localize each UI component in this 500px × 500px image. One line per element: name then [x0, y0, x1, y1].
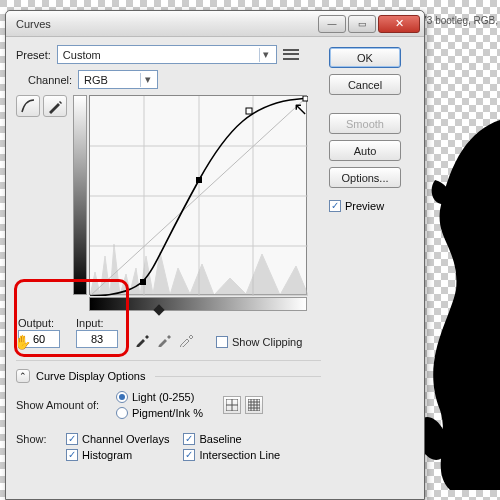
histogram-checkbox[interactable]: ✓ [66, 449, 78, 461]
grid-simple-button[interactable] [223, 396, 241, 414]
minimize-button[interactable]: — [318, 15, 346, 33]
curve-tool-button[interactable] [16, 95, 40, 117]
input-input[interactable] [76, 330, 118, 348]
channel-select[interactable]: RGB ▾ [78, 70, 158, 89]
black-point-eyedropper[interactable] [134, 330, 152, 348]
preset-menu-icon[interactable] [283, 48, 299, 62]
preview-label: Preview [345, 200, 384, 212]
light-radio[interactable] [116, 391, 128, 403]
pigment-label: Pigment/Ink % [132, 407, 203, 419]
channel-label: Channel: [28, 74, 72, 86]
grid-detailed-button[interactable] [245, 396, 263, 414]
curve-display-label: Curve Display Options [36, 370, 145, 382]
channel-value: RGB [84, 74, 108, 86]
auto-button[interactable]: Auto [329, 140, 401, 161]
show-label: Show: [16, 433, 56, 445]
close-button[interactable]: ✕ [378, 15, 420, 33]
show-amount-label: Show Amount of: [16, 399, 108, 411]
baseline-label: Baseline [199, 433, 241, 445]
cursor-icon: ↖ [293, 98, 308, 120]
svg-rect-8 [196, 177, 202, 183]
intersection-label: Intersection Line [199, 449, 280, 461]
maximize-button[interactable]: ▭ [348, 15, 376, 33]
curve-grid[interactable] [89, 95, 307, 295]
histogram-label: Histogram [82, 449, 132, 461]
preset-value: Custom [63, 49, 101, 61]
window-title: Curves [16, 18, 51, 30]
svg-rect-7 [140, 279, 146, 285]
input-gradient [89, 297, 307, 311]
curve-display-toggle[interactable]: ⌃ [16, 369, 30, 383]
curve-graph[interactable] [73, 95, 309, 311]
cancel-button[interactable]: Cancel [329, 74, 401, 95]
pencil-tool-button[interactable] [43, 95, 67, 117]
output-label: Output: [18, 317, 60, 329]
options-button[interactable]: Options... [329, 167, 401, 188]
channel-overlays-label: Channel Overlays [82, 433, 169, 445]
gray-point-eyedropper[interactable] [156, 330, 174, 348]
output-gradient [73, 95, 87, 295]
white-point-eyedropper[interactable] [178, 330, 196, 348]
show-clipping-checkbox[interactable] [216, 336, 228, 348]
baseline-checkbox[interactable]: ✓ [183, 433, 195, 445]
preset-select[interactable]: Custom ▾ [57, 45, 277, 64]
input-label: Input: [76, 317, 118, 329]
preview-checkbox[interactable]: ✓ [329, 200, 341, 212]
intersection-checkbox[interactable]: ✓ [183, 449, 195, 461]
chevron-down-icon: ▾ [259, 48, 273, 62]
titlebar[interactable]: Curves — ▭ ✕ [6, 11, 424, 37]
smooth-button[interactable]: Smooth [329, 113, 401, 134]
ok-button[interactable]: OK [329, 47, 401, 68]
light-label: Light (0-255) [132, 391, 194, 403]
hand-tool-icon[interactable]: ✋ [14, 334, 31, 350]
svg-rect-9 [246, 108, 252, 114]
show-clipping-label: Show Clipping [232, 336, 302, 348]
preset-label: Preset: [16, 49, 51, 61]
pigment-radio[interactable] [116, 407, 128, 419]
curves-dialog: Curves — ▭ ✕ Preset: Custom ▾ Channel: R… [5, 10, 425, 500]
channel-overlays-checkbox[interactable]: ✓ [66, 433, 78, 445]
chevron-down-icon: ▾ [140, 73, 154, 87]
